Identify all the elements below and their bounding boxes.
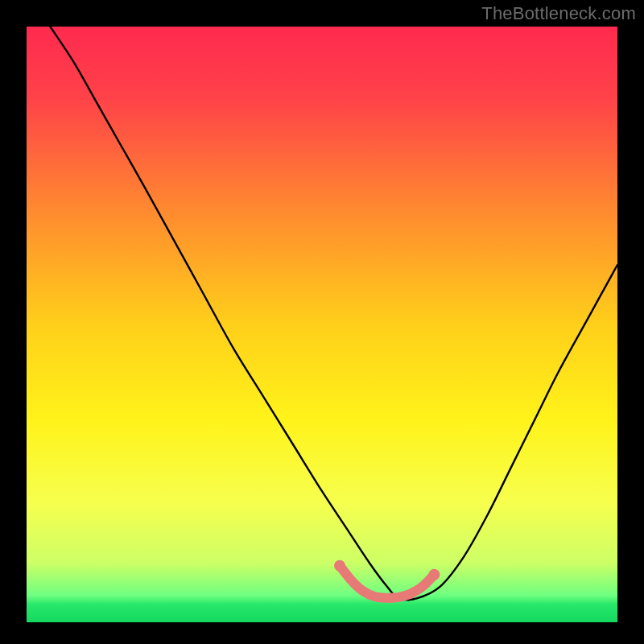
bottleneck-chart [0,0,644,644]
border-left [0,0,27,644]
gradient-background [27,27,617,622]
border-bottom [0,622,644,644]
border-right [617,0,644,644]
watermark-label: TheBottleneck.com [481,3,636,24]
chart-frame: TheBottleneck.com [0,0,644,644]
marker-endpoint [428,569,440,580]
marker-endpoint [334,560,345,572]
